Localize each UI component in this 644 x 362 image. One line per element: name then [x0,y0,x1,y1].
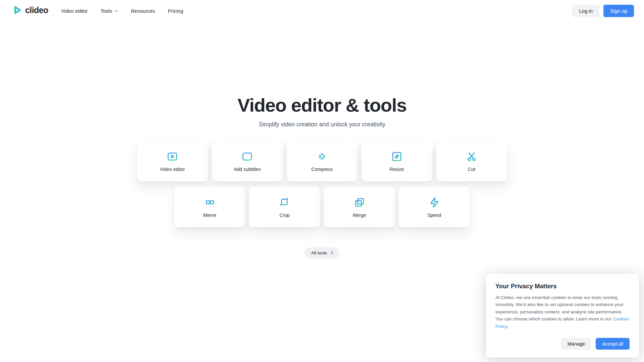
tool-card-resize[interactable]: Resize [362,141,432,181]
tool-cards: Video editor Add subtitles Compress Resi… [0,141,644,227]
meme-icon [204,196,216,209]
tool-card-speed[interactable]: Speed [399,187,470,227]
cookie-consent-dialog: Your Privacy Matters At Clideo, we use e… [486,274,639,358]
nav-item-label: Pricing [168,8,183,14]
play-logo-icon [12,5,22,16]
cookie-dialog-title: Your Privacy Matters [495,283,630,290]
signup-button[interactable]: Sign up [603,5,634,17]
merge-icon [353,196,366,209]
auth-buttons: Log in Sign up [572,5,634,17]
nav-item-label: Tools [100,8,112,14]
page-subtitle: Simplify video creation and unlock your … [0,121,644,128]
tool-card-label: Video editor [160,167,185,172]
tool-card-label: Resize [390,167,404,172]
tool-card-label: Add subtitles [234,167,261,172]
cookie-dialog-body: At Clideo, we use essential cookies to k… [495,294,630,330]
tool-card-video-editor[interactable]: Video editor [137,141,208,181]
tool-cards-row: Video editor Add subtitles Compress Resi… [137,141,507,181]
cookie-body-period: . [507,324,508,329]
compress-icon [316,150,328,163]
tool-card-label: Speed [427,213,441,218]
tool-card-merge[interactable]: Merge [324,187,395,227]
all-tools-button[interactable]: All tools [305,247,339,259]
chevron-right-icon [329,250,334,255]
nav-item-tools[interactable]: Tools [100,8,118,14]
page-title: Video editor & tools [0,96,644,115]
tool-card-label: Cut [468,167,475,172]
clideo-logo[interactable]: clideo [12,5,48,16]
brand-wordmark: clideo [25,5,48,15]
main-content: Video editor & tools Simplify video crea… [0,96,644,259]
nav-item-resources[interactable]: Resources [131,8,155,14]
tool-card-label: Meme [203,213,216,218]
manage-cookies-button[interactable]: Manage [561,338,591,350]
tool-card-add-subtitles[interactable]: Add subtitles [212,141,283,181]
tool-card-meme[interactable]: Meme [174,187,245,227]
tool-card-label: Crop [279,213,289,218]
main-nav: Video editor Tools Resources Pricing [61,8,183,14]
tool-card-label: Compress [311,167,333,172]
login-button[interactable]: Log in [572,5,599,17]
tool-card-compress[interactable]: Compress [287,141,358,181]
all-tools-label: All tools [311,250,327,255]
nav-item-label: Resources [131,8,155,14]
cookie-body-text: At Clideo, we use essential cookies to k… [495,295,623,322]
crop-icon [278,196,291,209]
top-nav: clideo Video editor Tools Resources Pric… [0,0,644,21]
lightning-icon [428,196,441,209]
hero-section: Video editor & tools Simplify video crea… [0,96,644,128]
resize-icon [390,150,403,163]
chevron-down-icon [114,9,118,13]
scissors-icon [465,150,478,163]
video-editor-icon [166,150,179,163]
tool-card-crop[interactable]: Crop [249,187,320,227]
tool-cards-row: Meme Crop Merge Speed [174,187,470,227]
nav-item-video-editor[interactable]: Video editor [61,8,88,14]
tool-card-cut[interactable]: Cut [436,141,507,181]
subtitles-icon [241,150,254,163]
nav-item-label: Video editor [61,8,88,14]
accept-all-cookies-button[interactable]: Accept all [596,338,630,350]
nav-item-pricing[interactable]: Pricing [168,8,183,14]
tool-card-label: Merge [353,213,366,218]
